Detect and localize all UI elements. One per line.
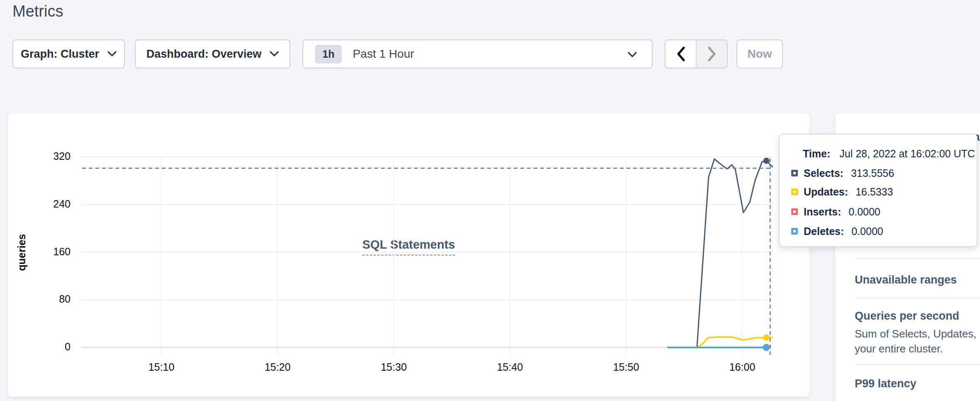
y-tick-label: 160 [37,246,71,258]
chart-hover-tooltip: Time: Jul 28, 2022 at 16:02:00 UTC Selec… [779,134,978,247]
time-step-button-group [665,39,728,68]
tooltip-time-value: Jul 28, 2022 at 16:02:00 UTC [839,148,975,160]
tooltip-series-label: Deletes: [804,225,844,237]
tooltip-series-value: 0.0000 [851,225,883,237]
sidebar-description-line: Sum of Selects, Updates, Inser [855,328,980,340]
y-tick-label: 80 [37,293,71,305]
dashboard-dropdown-label: Dashboard: Overview [146,48,262,61]
tooltip-row-inserts: Inserts: 0.0000 [780,205,977,218]
tooltip-series-label: Selects: [804,167,843,179]
sidebar-heading-unavailable-ranges: Unavailable ranges [855,274,980,286]
prev-time-button[interactable] [666,40,696,68]
time-range-label: Past 1 Hour [353,47,414,61]
updates-swatch-icon [791,188,798,195]
x-tick-label: 15:20 [249,361,307,373]
plot-area[interactable] [81,156,772,349]
time-range-selector[interactable]: 1h Past 1 Hour [302,39,653,68]
sidebar-description-line: your entire cluster. [855,342,980,355]
time-range-badge: 1h [315,45,342,64]
x-tick-label: 15:50 [597,361,655,373]
sidebar-heading-queries-per-second: Queries per second [855,310,980,323]
divider [855,364,980,365]
tooltip-series-label: Updates: [804,186,848,198]
deletes-swatch-icon [791,228,798,235]
graph-dropdown-button[interactable]: Graph: Cluster [12,39,125,68]
selects-swatch-icon [791,170,798,176]
tooltip-row-updates: Updates: 16.5333 [780,185,977,198]
sidebar-heading-p99-latency: P99 latency [855,377,980,390]
x-tick-label: 15:40 [481,361,539,373]
chevron-down-icon [107,51,117,57]
tooltip-series-value: 313.5556 [851,167,894,179]
tooltip-series-value: 0.0000 [848,206,880,218]
chevron-right-icon [707,46,717,61]
y-tick-label: 240 [37,198,71,210]
y-tick-label: 320 [37,150,71,162]
page-title: Metrics [12,2,63,20]
graph-dropdown-label: Graph: Cluster [21,48,99,61]
now-button[interactable]: Now [736,39,783,68]
divider [855,298,980,298]
x-tick-label: 15:30 [365,361,423,373]
next-time-button[interactable] [696,40,727,68]
tooltip-series-label: Inserts: [804,206,841,218]
chevron-down-icon [270,51,279,57]
tooltip-row-deletes: Deletes: 0.0000 [780,225,977,238]
inserts-swatch-icon [791,208,798,215]
x-tick-label: 15:10 [132,361,190,373]
chevron-down-icon [628,52,637,58]
tooltip-row-selects: Selects: 313.5556 [780,166,977,180]
tooltip-series-value: 16.5333 [856,186,893,198]
chevron-left-icon [676,46,686,61]
dashboard-dropdown-button[interactable]: Dashboard: Overview [135,39,290,68]
x-tick-label: 16:00 [713,361,771,373]
tooltip-time-row: Time: Jul 28, 2022 at 16:02:00 UTC [780,147,977,160]
y-tick-label: 0 [37,341,71,353]
divider [855,258,980,259]
tooltip-time-label: Time: [803,148,830,160]
